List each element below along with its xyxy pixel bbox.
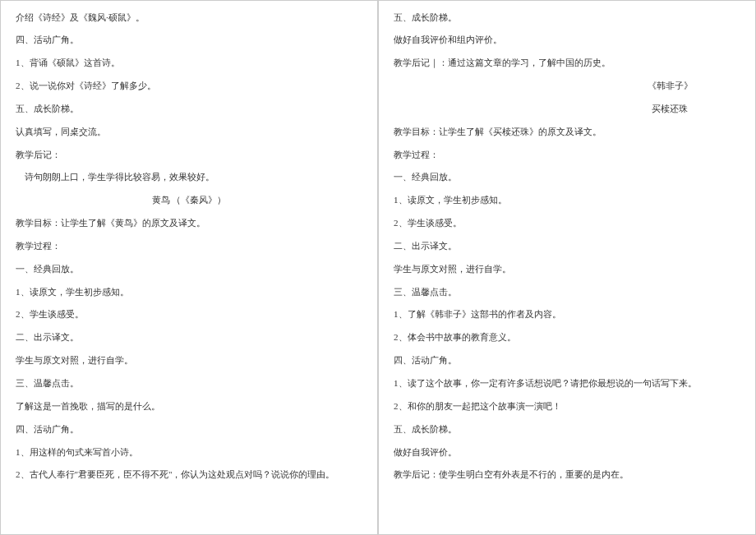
text-line: 教学目标：让学生了解《黄鸟》的原文及译文。	[16, 217, 362, 229]
text-line: 教学后记：	[16, 149, 362, 161]
text-line: 1、读了这个故事，你一定有许多话想说吧？请把你最想说的一句话写下来。	[394, 377, 740, 390]
text-line: 1、了解《韩非子》这部书的作者及内容。	[394, 308, 740, 321]
heading-line: 《韩非子》	[394, 80, 740, 92]
text-line: 1、读原文，学生初步感知。	[394, 194, 740, 206]
text-line: 学生与原文对照，进行自学。	[394, 263, 740, 275]
text-line: 一、经典回放。	[394, 171, 740, 183]
text-line: 2、学生谈感受。	[16, 308, 362, 321]
text-line: 教学后记：使学生明白空有外表是不行的，重要的是内在。	[394, 468, 740, 481]
text-line: 诗句朗朗上口，学生学得比较容易，效果较好。	[16, 171, 362, 183]
text-line: 教学过程：	[394, 149, 740, 161]
text-line: 2、体会书中故事的教育意义。	[394, 331, 740, 344]
text-line: 三、温馨点击。	[16, 377, 362, 390]
text-line: 五、成长阶梯。	[394, 423, 740, 436]
text-line: 二、出示译文。	[16, 331, 362, 344]
heading-line: 买椟还珠	[394, 103, 740, 115]
text-line: 四、活动广角。	[16, 34, 362, 46]
text-line: 教学后记｜：通过这篇文章的学习，了解中国的历史。	[394, 57, 740, 69]
text-line: 二、出示译文。	[394, 240, 740, 252]
text-line: 四、活动广角。	[16, 423, 362, 436]
text-line: 2、和你的朋友一起把这个故事演一演吧！	[394, 400, 740, 413]
left-page: 介绍《诗经》及《魏风·硕鼠》。 四、活动广角。 1、背诵《硕鼠》这首诗。 2、说…	[0, 0, 378, 535]
text-line: 做好自我评价和组内评价。	[394, 34, 740, 46]
text-line: 1、用这样的句式来写首小诗。	[16, 446, 362, 459]
right-page: 五、成长阶梯。 做好自我评价和组内评价。 教学后记｜：通过这篇文章的学习，了解中…	[378, 0, 756, 535]
text-line: 了解这是一首挽歌，描写的是什么。	[16, 400, 362, 413]
text-line: 教学目标：让学生了解《买椟还珠》的原文及译文。	[394, 126, 740, 138]
text-line: 做好自我评价。	[394, 446, 740, 459]
text-line: 教学过程：	[16, 240, 362, 252]
text-line: 认真填写，同桌交流。	[16, 126, 362, 138]
text-line: 一、经典回放。	[16, 263, 362, 275]
text-line: 五、成长阶梯。	[16, 103, 362, 115]
text-line: 2、说一说你对《诗经》了解多少。	[16, 80, 362, 92]
text-line: 学生与原文对照，进行自学。	[16, 354, 362, 367]
text-line: 2、学生谈感受。	[394, 217, 740, 229]
text-line: 五、成长阶梯。	[394, 12, 740, 24]
text-line: 1、背诵《硕鼠》这首诗。	[16, 57, 362, 69]
text-line: 介绍《诗经》及《魏风·硕鼠》。	[16, 12, 362, 24]
heading-line: 黄鸟 （《秦风》）	[16, 194, 362, 206]
text-line: 2、古代人奉行"君要臣死，臣不得不死"，你认为这处观点对吗？说说你的理由。	[16, 468, 362, 481]
text-line: 三、温馨点击。	[394, 286, 740, 298]
text-line: 四、活动广角。	[394, 354, 740, 367]
text-line: 1、读原文，学生初步感知。	[16, 286, 362, 298]
